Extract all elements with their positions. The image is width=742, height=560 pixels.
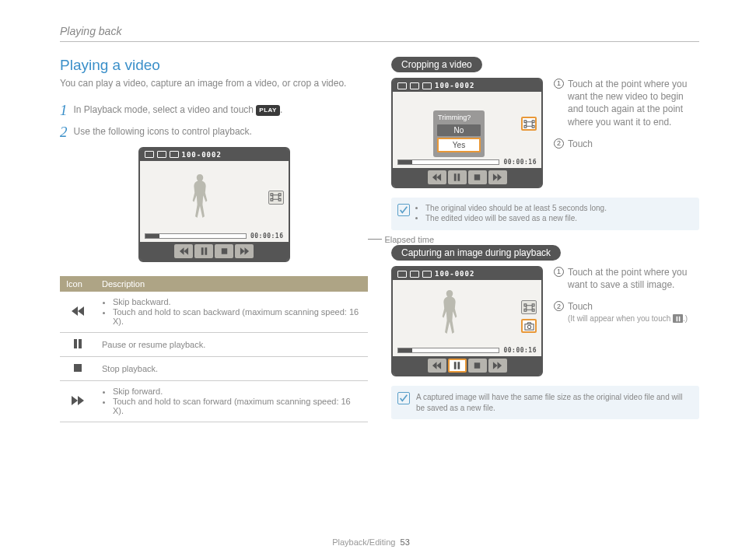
icon-cell bbox=[60, 380, 96, 422]
battery-icon bbox=[157, 151, 166, 158]
dialog-title: Trimming? bbox=[433, 114, 485, 123]
annotation: 1Touch at the point where you want the n… bbox=[554, 78, 699, 128]
table-header: Icon bbox=[60, 276, 96, 292]
icon-cell bbox=[60, 292, 96, 333]
circle-num-icon: 1 bbox=[554, 79, 564, 89]
step-item: 1 In Playback mode, select a video and t… bbox=[60, 103, 368, 117]
storage-icon bbox=[170, 151, 179, 158]
step-text: Use the following icons to control playb… bbox=[74, 124, 369, 138]
desc-cell: Skip backward.Touch and hold to scan bac… bbox=[96, 292, 368, 333]
skip-fwd-icon bbox=[71, 395, 85, 406]
playback-controls bbox=[393, 168, 541, 187]
info-icon bbox=[397, 204, 410, 216]
silhouette-graphic bbox=[187, 172, 213, 220]
pause-button[interactable] bbox=[448, 170, 467, 184]
stop-button[interactable] bbox=[468, 170, 487, 184]
skip-back-button[interactable] bbox=[428, 170, 446, 184]
storage-icon bbox=[422, 271, 432, 278]
progress-bar[interactable] bbox=[397, 348, 499, 353]
yes-button[interactable]: Yes bbox=[437, 138, 481, 152]
stop-icon bbox=[71, 362, 85, 373]
capture-icon[interactable] bbox=[521, 319, 537, 333]
crop-icon[interactable] bbox=[521, 117, 537, 131]
table-header: Description bbox=[96, 276, 368, 292]
pause-mini-icon bbox=[673, 314, 683, 323]
device-screen-capture: 100-0002 00:00:16 bbox=[391, 266, 543, 376]
screen-statusbar: 100-0002 bbox=[393, 268, 541, 280]
silhouette-graphic bbox=[436, 288, 463, 336]
step-list: 1 In Playback mode, select a video and t… bbox=[60, 103, 368, 139]
table-row: Skip forward.Touch and hold to scan forw… bbox=[60, 380, 368, 422]
screen-statusbar: 100-0002 bbox=[393, 79, 541, 92]
circle-num-icon: 2 bbox=[554, 138, 564, 149]
intro-text: You can play a video, capture an image f… bbox=[60, 77, 368, 90]
screen-viewport bbox=[140, 161, 289, 233]
skip-fwd-button[interactable] bbox=[488, 170, 507, 184]
skip-fwd-button[interactable] bbox=[235, 244, 254, 258]
pause-icon bbox=[71, 338, 85, 349]
file-number: 100-0002 bbox=[182, 151, 222, 159]
annotation: 2Touch bbox=[554, 138, 699, 150]
annotation-list: 1Touch at the point where you want to sa… bbox=[554, 266, 699, 376]
section-pill: Capturing an image during playback bbox=[391, 245, 561, 261]
progress-row: 00:00:16 bbox=[393, 159, 541, 168]
desc-cell: Skip forward.Touch and hold to scan forw… bbox=[96, 380, 368, 422]
progress-bar[interactable] bbox=[397, 159, 499, 165]
capture-block: 100-0002 00:00:16 bbox=[391, 266, 699, 376]
progress-row: 00:00:16 bbox=[140, 233, 289, 242]
elapsed-time: 00:00:16 bbox=[250, 233, 284, 240]
right-column: Cropping a video 100-0002 Trimming? No Y… bbox=[391, 57, 699, 434]
note-box: A captured image will have the same file… bbox=[391, 386, 699, 419]
icon-cell bbox=[60, 332, 96, 356]
skip-back-icon bbox=[71, 306, 85, 317]
stop-button[interactable] bbox=[468, 359, 487, 373]
step-number: 1 bbox=[60, 103, 68, 117]
elapsed-time: 00:00:16 bbox=[503, 159, 537, 166]
desc-cell: Pause or resume playback. bbox=[96, 332, 368, 356]
device-screen: 100-0002 00:00:16 bbox=[138, 147, 290, 262]
crop-block: 100-0002 Trimming? No Yes 00:00:16 bbox=[391, 78, 699, 188]
annotation: 1Touch at the point where you want to sa… bbox=[554, 266, 699, 291]
skip-back-button[interactable] bbox=[428, 359, 446, 373]
page-footer: Playback/Editing 53 bbox=[0, 537, 742, 547]
table-row: Skip backward.Touch and hold to scan bac… bbox=[60, 292, 368, 333]
skip-fwd-button[interactable] bbox=[488, 359, 507, 373]
step-number: 2 bbox=[60, 124, 68, 139]
trimming-dialog: Trimming? No Yes bbox=[433, 110, 485, 157]
note-box: The original video should be at least 5 … bbox=[391, 198, 699, 230]
screen-viewport: Trimming? No Yes bbox=[393, 92, 541, 159]
pause-button[interactable] bbox=[194, 244, 213, 258]
play-mode-icon bbox=[397, 82, 407, 89]
crop-icon[interactable] bbox=[268, 191, 284, 205]
icon-cell bbox=[60, 356, 96, 380]
annotation-list: 1Touch at the point where you want the n… bbox=[554, 78, 699, 188]
battery-icon bbox=[410, 82, 419, 89]
left-column: Playing a video You can play a video, ca… bbox=[60, 57, 368, 434]
svg-point-1 bbox=[527, 325, 530, 328]
file-number: 100-0002 bbox=[435, 82, 474, 89]
annotation: 2 Touch (It will appear when you touch .… bbox=[554, 300, 699, 324]
content-columns: Playing a video You can play a video, ca… bbox=[60, 57, 699, 434]
playback-controls bbox=[393, 356, 541, 375]
progress-bar[interactable] bbox=[145, 233, 247, 239]
playback-controls bbox=[140, 242, 289, 261]
circle-num-icon: 1 bbox=[554, 267, 564, 277]
play-chip-icon: PLAY bbox=[256, 105, 280, 116]
screen-viewport bbox=[393, 280, 541, 347]
crop-icon[interactable] bbox=[521, 300, 537, 314]
page-title: Playing a video bbox=[60, 57, 368, 74]
breadcrumb: Playing back bbox=[60, 25, 699, 42]
screen-statusbar: 100-0002 bbox=[140, 149, 289, 161]
progress-row: 00:00:16 bbox=[393, 347, 541, 356]
table-row: Stop playback. bbox=[60, 356, 368, 380]
no-button[interactable]: No bbox=[437, 124, 481, 136]
skip-back-button[interactable] bbox=[174, 244, 193, 258]
step-item: 2 Use the following icons to control pla… bbox=[60, 124, 368, 139]
manual-page: Playing back Playing a video You can pla… bbox=[0, 0, 742, 560]
pause-button[interactable] bbox=[448, 359, 467, 373]
desc-cell: Stop playback. bbox=[96, 356, 368, 380]
play-mode-icon bbox=[397, 271, 407, 278]
stop-button[interactable] bbox=[215, 244, 233, 258]
play-mode-icon bbox=[145, 151, 154, 158]
table-row: Pause or resume playback. bbox=[60, 332, 368, 356]
